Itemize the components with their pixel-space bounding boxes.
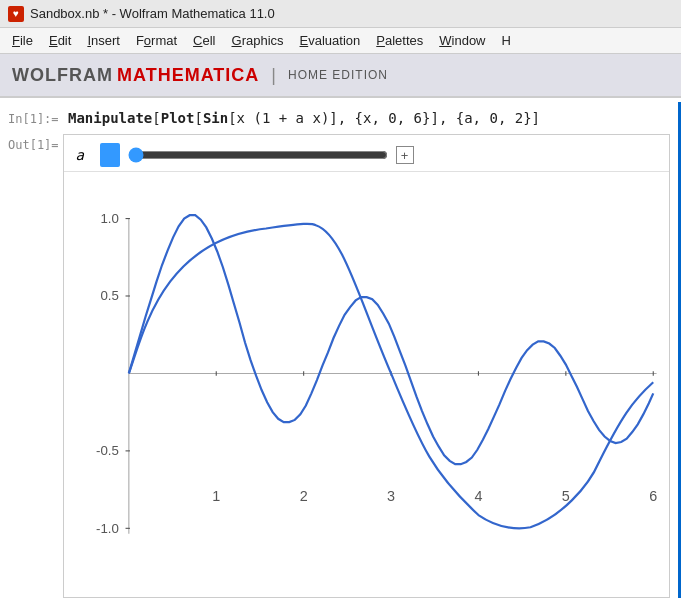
app-icon: ♥: [8, 6, 24, 22]
plot-curve-poly: [128, 215, 652, 464]
menu-evaluation[interactable]: Evaluation: [292, 30, 369, 51]
slider-thumb[interactable]: [100, 143, 120, 167]
output-area: Out[1]= a +: [0, 130, 681, 598]
input-cell-label: In[1]:=: [8, 110, 68, 126]
menu-graphics[interactable]: Graphics: [224, 30, 292, 51]
menu-format[interactable]: Format: [128, 30, 185, 51]
menu-window[interactable]: Window: [431, 30, 493, 51]
svg-text:1: 1: [212, 488, 220, 504]
slider-plus-button[interactable]: +: [396, 146, 414, 164]
menu-edit[interactable]: Edit: [41, 30, 79, 51]
input-cell: In[1]:= Manipulate[Plot[Sin[x (1 + a x)]…: [0, 102, 681, 130]
menu-help[interactable]: H: [494, 30, 519, 51]
menu-palettes[interactable]: Palettes: [368, 30, 431, 51]
output-cell-label: Out[1]=: [0, 130, 63, 598]
svg-text:5: 5: [561, 488, 569, 504]
title-bar: ♥ Sandbox.nb * - Wolfram Mathematica 11.…: [0, 0, 681, 28]
slider-variable-label: a: [76, 147, 92, 163]
menu-insert[interactable]: Insert: [79, 30, 128, 51]
input-cell-code[interactable]: Manipulate[Plot[Sin[x (1 + a x)], {x, 0,…: [68, 110, 540, 126]
plot-svg: 1 2 3 4 5 6 1.0: [68, 176, 665, 593]
menu-cell[interactable]: Cell: [185, 30, 223, 51]
svg-text:-1.0: -1.0: [96, 521, 119, 536]
plot-curve: [128, 224, 652, 528]
mathematica-label: MATHEMATICA: [117, 65, 259, 86]
wolfram-label: WOLFRAM: [12, 65, 113, 86]
slider-input[interactable]: [128, 147, 388, 163]
svg-text:6: 6: [649, 488, 657, 504]
plot-area: 1 2 3 4 5 6 1.0: [64, 172, 669, 597]
notebook: In[1]:= Manipulate[Plot[Sin[x (1 + a x)]…: [0, 98, 681, 598]
edition-label: HOME EDITION: [288, 68, 388, 82]
menu-file[interactable]: File: [4, 30, 41, 51]
wolfram-header: WOLFRAM MATHEMATICA | HOME EDITION: [0, 54, 681, 98]
svg-text:2: 2: [299, 488, 307, 504]
window-title: Sandbox.nb * - Wolfram Mathematica 11.0: [30, 6, 275, 21]
menu-bar: File Edit Insert Format Cell Graphics Ev…: [0, 28, 681, 54]
manipulate-box: a +: [63, 134, 670, 598]
header-separator: |: [271, 65, 276, 86]
slider-area: a +: [64, 135, 669, 172]
svg-text:0.5: 0.5: [100, 288, 118, 303]
svg-text:4: 4: [474, 488, 482, 504]
svg-text:3: 3: [387, 488, 395, 504]
svg-text:-0.5: -0.5: [96, 443, 119, 458]
svg-text:1.0: 1.0: [100, 211, 118, 226]
